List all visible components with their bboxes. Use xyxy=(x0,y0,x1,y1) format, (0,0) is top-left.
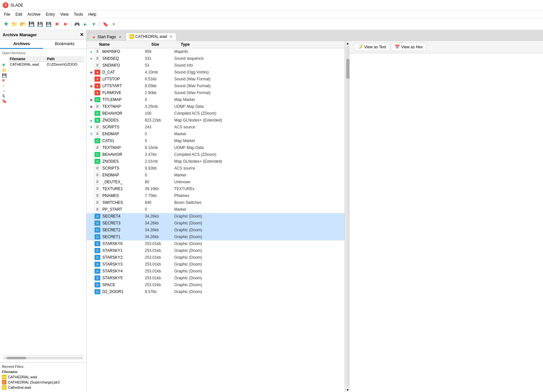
sidebar-close-button[interactable]: ✕ xyxy=(80,32,84,37)
sidebar-icon-save[interactable]: 💾 xyxy=(2,73,8,78)
tab-start-page-close[interactable]: ✕ xyxy=(119,35,122,39)
table-row[interactable]: ◆♦D_CAT4.10mbSound (Ogg Vorbis) xyxy=(87,69,345,76)
menu-tools[interactable]: Tools xyxy=(71,11,86,17)
table-row[interactable]: GSTARSKY4253.01kbGraphic (Doom) xyxy=(87,268,345,275)
table-row[interactable]: ☰SCRIPTS9.92kbACS source xyxy=(87,165,345,172)
table-row[interactable]: GSECRET434.26kbGraphic (Doom) xyxy=(87,213,345,220)
row-type: ACS source xyxy=(174,166,342,171)
table-row[interactable]: ☰TEXTMAP8.15mbUDMF Map Data xyxy=(87,144,345,151)
tab-cathedral-wad[interactable]: W CATHEDRAL.wad ✕ xyxy=(126,33,176,41)
table-row[interactable]: ☰PP_START0Marker xyxy=(87,206,345,213)
run-options-button[interactable]: ▼ xyxy=(90,20,98,28)
archive-row-cathedral[interactable]: CATHEDRAL.wad D:\ZDoom\GZDOO xyxy=(8,62,84,67)
sidebar-tabs: Archives Bookmarks xyxy=(0,40,86,49)
bookmark-button[interactable]: 🔖 xyxy=(101,20,109,28)
table-row[interactable]: ☰SWITCHES840Boom Switches xyxy=(87,199,345,206)
save-as-button[interactable]: 💾 xyxy=(36,20,44,28)
table-row[interactable]: GSECRET134.26kbGraphic (Doom) xyxy=(87,234,345,240)
table-row[interactable]: ●☰SNDSEQ331Sound sequence xyxy=(87,55,345,62)
sidebar-icon-bookmark[interactable]: 🔖 xyxy=(2,99,8,104)
recent-icon-0: W xyxy=(2,375,7,379)
table-row[interactable]: GBEHAVIOR100Compiled ACS (ZDoom) xyxy=(87,110,345,117)
recent-item-0[interactable]: W CATHEDRAL.wad xyxy=(2,374,84,380)
recent-item-2[interactable]: W Cathedral.wad xyxy=(2,385,84,390)
row-name: SECRET4 xyxy=(102,214,145,219)
vscroll[interactable]: ▲ ▼ xyxy=(345,41,350,392)
row-type: Graphic (Doom) xyxy=(174,262,342,267)
row-name: PNAMES xyxy=(102,193,145,198)
row-size: 0 xyxy=(145,173,174,177)
view-as-hex-button[interactable]: 📅 View as Hex xyxy=(391,43,426,51)
table-row[interactable]: ◆☰TEXTMAP3.25mbUDMF Map Data xyxy=(87,103,345,110)
table-row[interactable]: ☰SNDINFO53Sound info xyxy=(87,62,345,69)
save-all-button[interactable]: 💾 xyxy=(44,20,52,28)
row-name: STARSKY1 xyxy=(102,248,145,253)
table-row[interactable]: ●☰MAPINFO959Mapinfo xyxy=(87,48,345,55)
recent-item-1[interactable]: Z CATHEDRAL [Supercharge].pk3 xyxy=(2,380,84,385)
sidebar-icon-new[interactable]: ✚ xyxy=(2,63,8,67)
view-as-text-button[interactable]: 📝 View as Text xyxy=(354,43,390,51)
run-button[interactable]: ► xyxy=(81,20,89,28)
menu-entry[interactable]: Entry xyxy=(43,11,58,17)
tab-start-page[interactable]: ■ Start Page ✕ xyxy=(88,33,125,41)
table-row[interactable]: ♦LFTSTOP6.51kbSound (Wav Format) xyxy=(87,76,345,83)
menu-edit[interactable]: Edit xyxy=(13,11,25,17)
table-row[interactable]: GSTARSKY6253.01kbGraphic (Doom) xyxy=(87,240,345,247)
sidebar-icon-redo[interactable]: → xyxy=(2,89,8,93)
save-button[interactable]: 💾 xyxy=(27,20,35,28)
menu-archive[interactable]: Archive xyxy=(25,11,43,17)
table-row[interactable]: GSTARSKY3253.01kbGraphic (Doom) xyxy=(87,261,345,268)
table-row[interactable]: ☰TEXTURE139.19kbTEXTUREx xyxy=(87,186,345,192)
row-size: 8.57kb xyxy=(145,289,174,294)
table-row[interactable]: ▼☰SCRIPTS243ACS source xyxy=(87,124,345,131)
vscroll-up[interactable]: ▲ xyxy=(346,41,350,45)
table-row[interactable]: ◆♦LFTSTART8.05kbSound (Wav Format) xyxy=(87,83,345,90)
sidebar-icon-open[interactable]: 📁 xyxy=(2,68,8,73)
table-row[interactable]: GBEHAVIOR3.47kbCompiled ACS (ZDoom) xyxy=(87,151,345,158)
row-name: BEHAVIOR xyxy=(102,152,145,157)
table-row[interactable]: ☰PNAMES7.75kbPNames xyxy=(87,192,345,199)
tab-cathedral-close[interactable]: ✕ xyxy=(170,35,173,39)
vscroll-thumb[interactable] xyxy=(346,59,349,79)
menu-help[interactable]: Help xyxy=(86,11,99,17)
row-name: STARSKY4 xyxy=(102,269,145,273)
sidebar-icon-close[interactable]: ✖ xyxy=(2,78,8,83)
open-dir-button[interactable]: 📂 xyxy=(19,20,27,28)
bookmark-options-button[interactable]: ▼ xyxy=(110,20,118,28)
table-row[interactable]: ▲GZNODES823.22kbMap GLNodes+ (Extended) xyxy=(87,117,345,124)
table-row[interactable]: ☰_DEUTEX_80Unknown xyxy=(87,179,345,186)
open-button[interactable]: 📁 xyxy=(10,20,18,28)
tab-bookmarks[interactable]: Bookmarks xyxy=(43,40,86,49)
table-row[interactable]: GCAT010Map Marker xyxy=(87,138,345,144)
table-row[interactable]: GZNODES2.01mbMap GLNodes+ (Extended) xyxy=(87,158,345,165)
row-type-icon-behavior: G xyxy=(94,111,100,116)
table-row[interactable]: ☰ENDMAP0Marker xyxy=(87,172,345,179)
table-row[interactable]: GD2_DOOR18.57kbGraphic (Doom) xyxy=(87,288,345,295)
menu-view[interactable]: View xyxy=(58,11,71,17)
table-row[interactable]: GSTARSKY1253.01kbGraphic (Doom) xyxy=(87,247,345,254)
sidebar-hscroll[interactable] xyxy=(2,355,84,360)
close-button[interactable]: ✖ xyxy=(53,20,61,28)
table-row[interactable]: GSECRET234.26kbGraphic (Doom) xyxy=(87,227,345,234)
close-all-button[interactable]: ✖ xyxy=(61,20,69,28)
gzdoom-button[interactable]: 🎮 xyxy=(73,20,81,28)
table-row[interactable]: GSECRET334.26kbGraphic (Doom) xyxy=(87,220,345,227)
table-row[interactable]: ⇅☰ENDMAP0Marker xyxy=(87,131,345,138)
tab-archives[interactable]: Archives xyxy=(0,40,43,49)
row-size: 0 xyxy=(145,207,174,212)
table-row[interactable]: ◆GTITLEMAP0Map Marker xyxy=(87,96,345,103)
table-row[interactable]: GSTARSKY5253.01kbGraphic (Doom) xyxy=(87,275,345,282)
table-row[interactable]: ♦FLRMOVE2.90kbSound (Wav Format) xyxy=(87,90,345,96)
row-type-icon-starsky2: G xyxy=(94,255,100,260)
row-name: MAPINFO xyxy=(102,49,145,54)
menu-file[interactable]: File xyxy=(1,11,13,17)
new-button[interactable]: ✚ xyxy=(2,20,10,28)
hscroll-thumb[interactable] xyxy=(7,357,26,359)
sidebar-icon-sort[interactable]: ⇅ xyxy=(2,94,8,98)
vscroll-down[interactable]: ▼ xyxy=(346,387,350,392)
tabbar: ■ Start Page ✕ W CATHEDRAL.wad ✕ xyxy=(87,30,543,41)
table-row[interactable]: GSTARSKY2253.01kbGraphic (Doom) xyxy=(87,254,345,261)
sidebar-icon-undo[interactable]: ← xyxy=(2,83,8,88)
row-name: ENDMAP xyxy=(102,132,145,136)
table-row[interactable]: GSPACE253.01kbGraphic (Doom) xyxy=(87,282,345,288)
